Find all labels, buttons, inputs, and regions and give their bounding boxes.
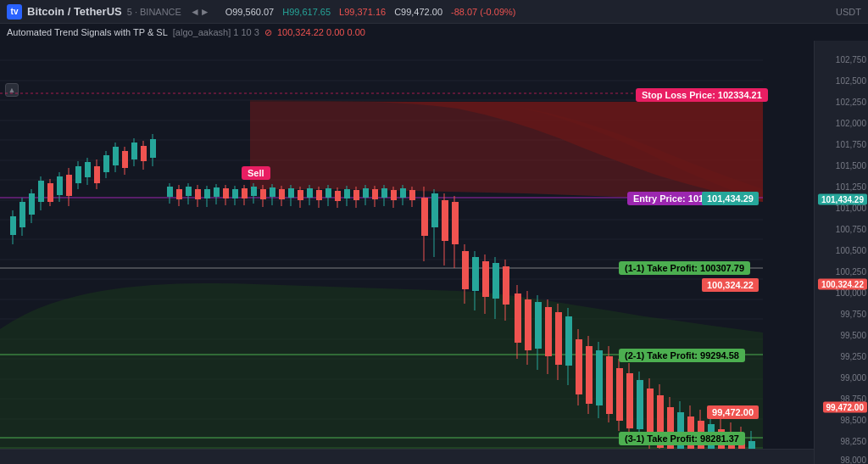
- currency-label: USDT: [836, 7, 861, 17]
- svg-rect-41: [75, 166, 81, 183]
- svg-rect-61: [176, 189, 182, 199]
- ohlc-stats: O99,560.07 H99,617.65 L99,371.16 C99,472…: [225, 7, 516, 17]
- sell-label: Sell: [242, 166, 270, 180]
- svg-rect-59: [167, 187, 173, 197]
- svg-rect-65: [195, 189, 201, 199]
- chart-area[interactable]: ▲: [0, 41, 814, 464]
- current-price-badge: 100,324.22: [702, 278, 759, 292]
- entry-price-badge: 101,434.29: [702, 192, 759, 205]
- svg-rect-101: [363, 188, 369, 198]
- svg-rect-97: [344, 189, 350, 198]
- price-tick-9: 100,750: [836, 225, 866, 234]
- svg-rect-93: [326, 188, 331, 198]
- indicator-bar: Automated Trend Signals with TP & SL [al…: [0, 24, 868, 41]
- svg-rect-99: [353, 190, 359, 200]
- axis-current-badge: 100,324.22: [818, 278, 867, 289]
- indicator-params: [algo_aakash] 1 10 3: [173, 27, 259, 37]
- svg-rect-29: [19, 202, 25, 227]
- svg-rect-139: [555, 312, 562, 365]
- indicator-name: Automated Trend Signals with TP & SL: [7, 27, 168, 37]
- svg-rect-81: [270, 187, 275, 197]
- svg-rect-151: [616, 368, 623, 421]
- main-wrapper: ▲: [0, 41, 868, 464]
- price-tick-18: 98,500: [840, 415, 866, 424]
- svg-rect-113: [421, 198, 428, 236]
- price-tick-19: 98,250: [840, 436, 866, 445]
- price-tick-14: 99,500: [840, 330, 866, 339]
- svg-rect-45: [94, 166, 100, 183]
- svg-rect-85: [288, 188, 294, 198]
- chart-svg: [0, 41, 814, 464]
- svg-rect-37: [57, 176, 63, 195]
- tp1-label: (1-1) Take Profit: 100307.79: [619, 261, 750, 275]
- svg-rect-135: [535, 302, 542, 349]
- svg-rect-109: [400, 188, 406, 198]
- price-tick-5: 101,750: [836, 140, 866, 149]
- svg-rect-129: [503, 266, 509, 305]
- indicator-divider: ⊘: [264, 27, 272, 38]
- price-tick-4: 102,000: [836, 119, 866, 128]
- svg-rect-111: [409, 190, 415, 200]
- symbol-name: Bitcoin / TetherUS: [27, 5, 122, 18]
- svg-rect-53: [131, 143, 137, 159]
- time-axis: [0, 449, 814, 464]
- svg-rect-155: [637, 380, 643, 429]
- svg-rect-149: [606, 356, 613, 414]
- svg-rect-103: [372, 189, 378, 199]
- svg-rect-35: [47, 183, 53, 202]
- nav-arrows[interactable]: ◄►: [186, 6, 214, 18]
- svg-rect-49: [113, 147, 119, 165]
- price-tick-2: 102,500: [836, 76, 866, 86]
- low-price: L99,371.16: [339, 7, 386, 17]
- svg-rect-31: [29, 193, 35, 215]
- axis-low-badge: 99,472.00: [823, 401, 868, 412]
- symbol-info: tv Bitcoin / TetherUS 5 · BINANCE ◄► O99…: [7, 4, 515, 20]
- svg-rect-117: [442, 200, 448, 241]
- tp2-label: (2-1) Take Profit: 99294.58: [619, 349, 745, 362]
- svg-rect-137: [545, 307, 552, 356]
- tradingview-logo: tv: [7, 4, 22, 20]
- exchange-info: 5 · BINANCE: [127, 7, 181, 17]
- svg-rect-33: [38, 181, 44, 202]
- price-tick-7: 101,250: [836, 182, 866, 192]
- svg-rect-141: [565, 316, 572, 366]
- svg-rect-75: [242, 188, 248, 198]
- axis-entry-badge: 101,434.29: [818, 194, 867, 205]
- close-price: C99,472.00: [394, 7, 442, 17]
- svg-rect-43: [85, 162, 91, 177]
- price-tick-20: 98,000: [840, 456, 866, 465]
- svg-rect-91: [316, 190, 322, 200]
- svg-rect-147: [596, 350, 603, 405]
- low-price-badge: 99,472.00: [707, 405, 759, 419]
- svg-rect-87: [298, 190, 303, 200]
- svg-rect-125: [482, 261, 489, 297]
- indicator-values: 100,324.22 0.00 0.00: [277, 27, 365, 37]
- svg-rect-77: [251, 187, 257, 196]
- price-tick-3: 102,250: [836, 98, 866, 107]
- svg-rect-123: [472, 257, 479, 291]
- svg-rect-71: [223, 188, 229, 198]
- svg-rect-57: [150, 139, 156, 158]
- price-tick-6: 101,500: [836, 161, 866, 171]
- svg-rect-67: [204, 189, 210, 198]
- high-price: H99,617.65: [282, 7, 331, 17]
- price-tick-10: 100,500: [836, 246, 866, 255]
- svg-rect-121: [462, 251, 469, 289]
- price-change: -88.07 (-0.09%): [451, 7, 515, 17]
- stop-loss-label: Stop Loss Price: 102334.21: [636, 88, 768, 102]
- svg-rect-133: [525, 299, 531, 350]
- svg-rect-107: [391, 190, 397, 200]
- svg-rect-69: [214, 187, 220, 197]
- tp3-label: (3-1) Take Profit: 98281.37: [619, 432, 745, 445]
- svg-rect-115: [431, 193, 438, 227]
- svg-rect-131: [515, 293, 521, 343]
- svg-rect-95: [335, 191, 341, 201]
- svg-rect-89: [307, 188, 313, 198]
- open-price: O99,560.07: [225, 7, 275, 17]
- svg-rect-39: [66, 175, 72, 196]
- price-tick-15: 99,250: [840, 351, 866, 361]
- chart-header: tv Bitcoin / TetherUS 5 · BINANCE ◄► O99…: [0, 0, 868, 24]
- svg-rect-119: [452, 202, 459, 244]
- price-tick-16: 99,000: [840, 372, 866, 382]
- svg-rect-145: [586, 346, 593, 404]
